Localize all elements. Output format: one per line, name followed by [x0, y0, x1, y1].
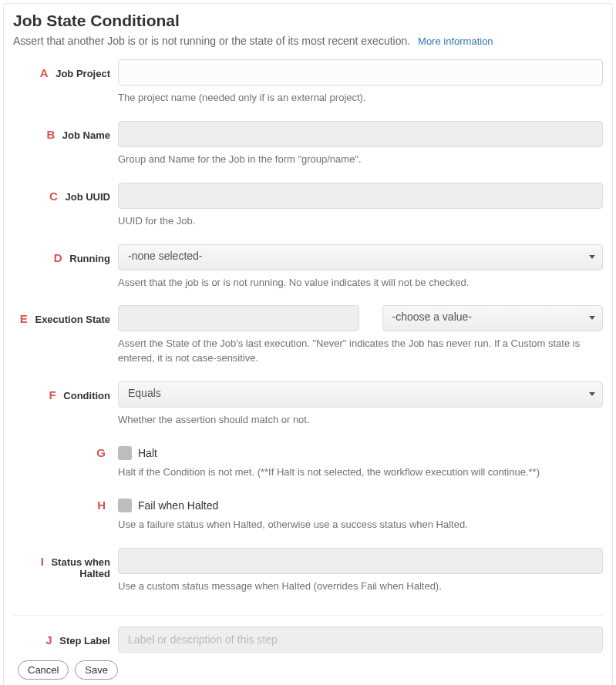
- label-condition: F Condition: [13, 381, 118, 401]
- cancel-button[interactable]: Cancel: [18, 660, 69, 680]
- running-select[interactable]: -none selected-: [118, 244, 603, 270]
- panel-subtitle-text: Assert that another Job is or is not run…: [13, 35, 410, 47]
- fail-halted-checkbox[interactable]: [118, 499, 132, 512]
- job-uuid-input[interactable]: [118, 183, 603, 209]
- status-halted-input[interactable]: [118, 548, 603, 574]
- execution-state-input[interactable]: [118, 305, 359, 331]
- help-running: Assert that the job is or is not running…: [118, 276, 603, 290]
- step-label-input[interactable]: [118, 626, 603, 653]
- label-text-job-name: Job Name: [62, 129, 110, 141]
- label-status-halted: I Status when Halted: [13, 548, 118, 579]
- letter-i: I: [41, 555, 44, 568]
- row-fail-halted: H Fail when Halted Use a failure status …: [13, 495, 603, 543]
- row-condition: F Condition Equals Whether the assertion…: [13, 381, 603, 438]
- panel-subtitle: Assert that another Job is or is not run…: [13, 35, 603, 47]
- row-job-project: A Job Project The project name (needed o…: [13, 59, 603, 116]
- letter-d: D: [54, 251, 62, 264]
- condition-select[interactable]: Equals: [118, 381, 603, 408]
- label-text-execution-state: Execution State: [35, 314, 110, 325]
- row-execution-state: E Execution State -choose a value- Asser…: [13, 305, 603, 377]
- label-text-condition: Condition: [63, 390, 110, 401]
- save-button[interactable]: Save: [75, 660, 118, 680]
- label-job-name: B Job Name: [13, 121, 118, 141]
- job-state-conditional-panel: Job State Conditional Assert that anothe…: [3, 3, 613, 685]
- fail-halted-label: Fail when Halted: [138, 499, 218, 512]
- help-job-project: The project name (needed only if is an e…: [118, 91, 603, 106]
- help-job-name: Group and Name for the Job in the form "…: [118, 153, 603, 167]
- label-job-project: A Job Project: [13, 59, 118, 79]
- label-fail-halted: H: [13, 495, 118, 512]
- job-project-input[interactable]: [118, 59, 603, 86]
- help-status-halted: Use a custom status message when Halted …: [118, 579, 603, 594]
- label-execution-state: E Execution State: [13, 305, 118, 325]
- letter-h: H: [97, 499, 106, 512]
- label-halt: G: [13, 443, 118, 459]
- label-step-label: J Step Label: [13, 626, 118, 646]
- row-job-name: B Job Name Group and Name for the Job in…: [13, 121, 603, 178]
- row-job-uuid: C Job UUID UUID for the Job.: [13, 183, 603, 240]
- button-row: Cancel Save: [13, 660, 603, 680]
- row-halt: G Halt Halt if the Condition is not met.…: [13, 443, 603, 491]
- letter-e: E: [20, 312, 28, 325]
- label-text-running: Running: [69, 253, 110, 264]
- help-fail-halted: Use a failure status when Halted, otherw…: [118, 518, 603, 532]
- label-text-job-project: Job Project: [56, 68, 110, 79]
- halt-label: Halt: [138, 447, 157, 459]
- label-text-job-uuid: Job UUID: [66, 191, 111, 203]
- help-condition: Whether the assertion should match or no…: [118, 413, 603, 428]
- more-information-link[interactable]: More information: [418, 35, 493, 47]
- letter-a: A: [40, 66, 49, 79]
- row-running: D Running -none selected- Assert that th…: [13, 244, 603, 301]
- help-execution-state: Assert the State of the Job's last execu…: [118, 337, 603, 366]
- letter-g: G: [96, 446, 106, 459]
- letter-j: J: [45, 633, 52, 646]
- row-status-halted: I Status when Halted Use a custom status…: [13, 548, 603, 605]
- job-name-input[interactable]: [118, 121, 603, 147]
- execution-state-select[interactable]: -choose a value-: [382, 305, 604, 331]
- help-job-uuid: UUID for the Job.: [118, 214, 603, 229]
- letter-f: F: [49, 388, 56, 401]
- label-text-status-halted: Status when Halted: [51, 556, 110, 579]
- halt-checkbox[interactable]: [118, 446, 132, 460]
- label-text-step-label: Step Label: [59, 635, 110, 646]
- label-job-uuid: C Job UUID: [13, 183, 118, 203]
- label-running: D Running: [13, 244, 118, 264]
- help-halt: Halt if the Condition is not met. (**If …: [118, 465, 603, 480]
- panel-title: Job State Conditional: [13, 12, 603, 30]
- letter-c: C: [49, 190, 58, 203]
- row-step-label: J Step Label: [13, 626, 603, 653]
- separator: [13, 615, 603, 616]
- letter-b: B: [46, 128, 55, 141]
